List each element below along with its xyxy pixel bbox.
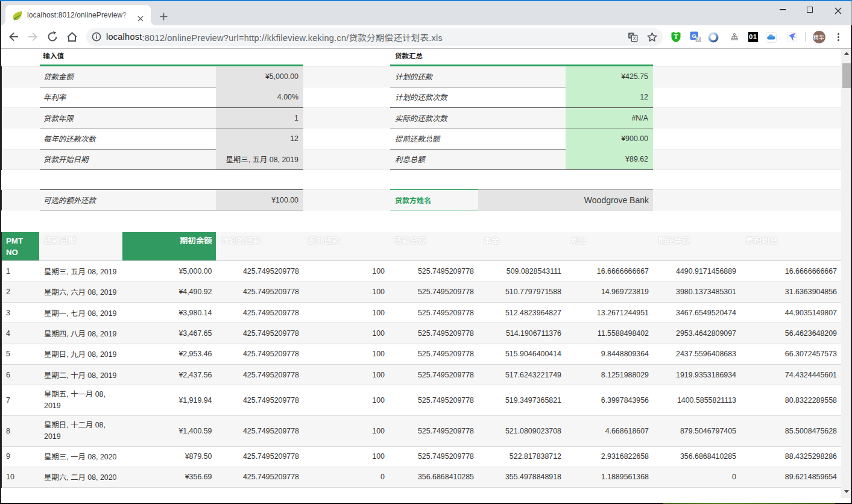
svg-text:T: T [674, 33, 678, 40]
